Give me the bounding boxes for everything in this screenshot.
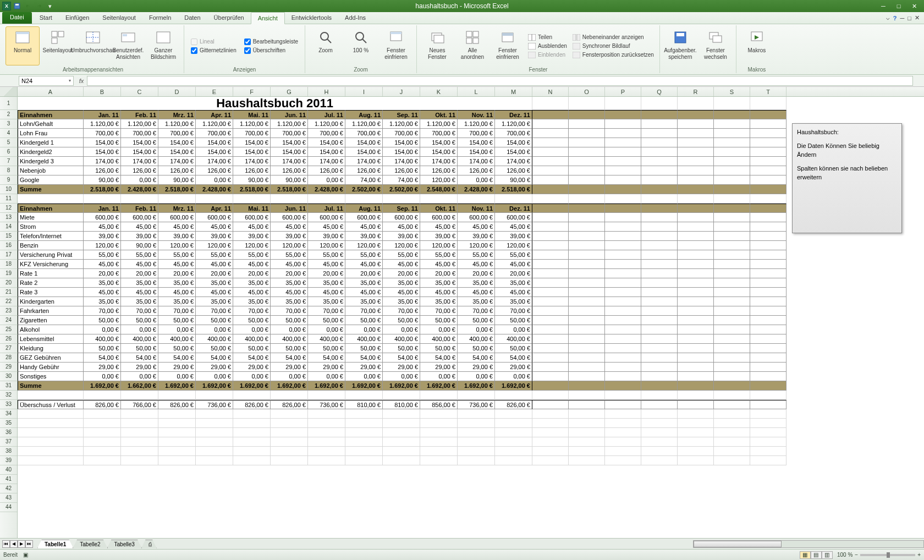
cell[interactable]: 120,00 € <box>233 241 271 250</box>
cell[interactable] <box>714 381 750 391</box>
cell[interactable] <box>605 419 641 428</box>
macros-button[interactable]: Makros <box>740 26 774 65</box>
cell[interactable]: Strom <box>18 222 84 232</box>
cell[interactable] <box>678 110 714 119</box>
view-pagebreak-button[interactable]: Umbruchvorschau <box>76 26 110 65</box>
cell[interactable]: 50,00 € <box>196 344 233 353</box>
cell[interactable] <box>714 269 750 278</box>
cell[interactable]: 54,00 € <box>383 353 420 363</box>
cell[interactable] <box>532 316 569 325</box>
cell[interactable] <box>458 391 495 400</box>
cell[interactable] <box>641 391 678 400</box>
cell[interactable]: 154,00 € <box>158 138 196 147</box>
doc-close-icon[interactable]: ✕ <box>915 14 920 21</box>
cell[interactable]: 154,00 € <box>420 138 458 147</box>
cell[interactable]: 1.692,00 € <box>458 381 495 391</box>
cell[interactable]: 39,00 € <box>495 232 532 241</box>
cell[interactable] <box>271 447 308 456</box>
cell[interactable]: 400,00 € <box>345 334 383 344</box>
cell[interactable]: 154,00 € <box>271 138 308 147</box>
cell[interactable]: 35,00 € <box>345 278 383 288</box>
cell[interactable] <box>420 409 458 419</box>
cell[interactable] <box>750 222 787 232</box>
cell[interactable] <box>495 391 532 400</box>
cell[interactable]: 54,00 € <box>495 353 532 363</box>
cell[interactable] <box>345 456 383 465</box>
cell[interactable]: 2.428,00 € <box>308 185 345 194</box>
cell[interactable]: 154,00 € <box>271 147 308 157</box>
cell[interactable] <box>641 456 678 465</box>
cell[interactable] <box>605 185 641 194</box>
cell[interactable] <box>714 391 750 400</box>
cell[interactable]: 154,00 € <box>233 138 271 147</box>
cell[interactable] <box>750 419 787 428</box>
cell[interactable] <box>678 129 714 138</box>
sheet-nav-first-icon[interactable]: ⏮ <box>2 540 10 548</box>
cell[interactable]: Okt. 11 <box>420 110 458 119</box>
cell[interactable]: 1.692,00 € <box>158 381 196 391</box>
cell[interactable]: 39,00 € <box>308 232 345 241</box>
cell[interactable] <box>233 194 271 204</box>
cell[interactable] <box>641 353 678 363</box>
cell[interactable] <box>678 185 714 194</box>
row-header-44[interactable]: 44 <box>0 503 17 512</box>
cell[interactable]: 400,00 € <box>308 334 345 344</box>
cell[interactable] <box>714 138 750 147</box>
cell[interactable] <box>750 447 787 456</box>
cell[interactable] <box>605 391 641 400</box>
row-header-21[interactable]: 21 <box>0 288 17 297</box>
cell[interactable]: 35,00 € <box>420 278 458 288</box>
cell[interactable]: 174,00 € <box>271 157 308 166</box>
row-header-9[interactable]: 9 <box>0 175 17 185</box>
cell[interactable] <box>605 400 641 409</box>
cell[interactable]: 700,00 € <box>308 129 345 138</box>
cell[interactable]: Telefon/Internet <box>18 232 84 241</box>
cell[interactable]: 50,00 € <box>158 344 196 353</box>
cell[interactable] <box>569 278 605 288</box>
cell[interactable] <box>750 147 787 157</box>
new-sheet-button[interactable]: ⎙ <box>141 540 157 548</box>
cell[interactable] <box>678 447 714 456</box>
cell[interactable] <box>641 400 678 409</box>
cell[interactable]: 0,00 € <box>196 372 233 381</box>
cell[interactable] <box>678 250 714 260</box>
cell[interactable]: 90,00 € <box>84 175 121 185</box>
cell[interactable]: 1.120,00 € <box>158 119 196 129</box>
cell[interactable]: 2.518,00 € <box>158 185 196 194</box>
cell[interactable]: Rate 3 <box>18 288 84 297</box>
cell[interactable] <box>714 222 750 232</box>
cell[interactable]: 126,00 € <box>84 166 121 175</box>
cell[interactable]: 45,00 € <box>383 288 420 297</box>
cell[interactable] <box>84 194 121 204</box>
cell[interactable]: 400,00 € <box>271 334 308 344</box>
fx-icon[interactable]: fx <box>76 78 87 84</box>
cell[interactable]: 826,00 € <box>495 400 532 409</box>
cell[interactable]: 1.120,00 € <box>233 119 271 129</box>
cell[interactable]: 1.692,00 € <box>420 381 458 391</box>
cell[interactable] <box>569 138 605 147</box>
cell[interactable] <box>641 110 678 119</box>
cell[interactable]: 70,00 € <box>308 306 345 316</box>
cell[interactable]: 45,00 € <box>233 222 271 232</box>
cell[interactable]: 1.692,00 € <box>495 381 532 391</box>
cell[interactable] <box>641 316 678 325</box>
cell[interactable] <box>605 353 641 363</box>
cell[interactable] <box>750 157 787 166</box>
cell[interactable]: Jun. 11 <box>271 110 308 119</box>
cell[interactable]: 174,00 € <box>308 157 345 166</box>
ruler-checkbox[interactable]: Lineal <box>191 39 237 45</box>
cell[interactable]: Sep. 11 <box>383 110 420 119</box>
cell[interactable]: 20,00 € <box>495 269 532 278</box>
view-pagelayout-button[interactable]: Seitenlayout <box>41 26 75 65</box>
cell[interactable]: 35,00 € <box>420 297 458 306</box>
cell[interactable]: 0,00 € <box>271 325 308 334</box>
row-header-41[interactable]: 41 <box>0 475 17 484</box>
cell[interactable]: 154,00 € <box>458 138 495 147</box>
cell[interactable]: 126,00 € <box>196 166 233 175</box>
cell[interactable]: 126,00 € <box>271 166 308 175</box>
col-header-B[interactable]: B <box>84 87 121 96</box>
cell[interactable]: 120,00 € <box>420 241 458 250</box>
cell[interactable] <box>532 250 569 260</box>
cell[interactable]: Sonstiges <box>18 372 84 381</box>
cell[interactable]: 2.502,00 € <box>345 185 383 194</box>
